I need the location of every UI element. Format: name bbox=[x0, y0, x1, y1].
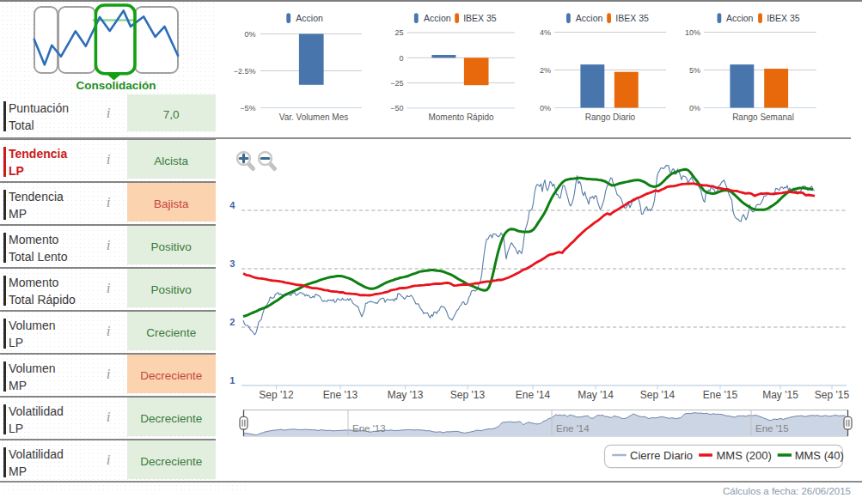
svg-text:−2.5%: −2.5% bbox=[234, 67, 256, 76]
svg-text:Rango Semanal: Rango Semanal bbox=[732, 112, 794, 122]
svg-text:4: 4 bbox=[229, 200, 235, 210]
svg-text:Accion: Accion bbox=[424, 13, 451, 23]
svg-text:MMS (40): MMS (40) bbox=[795, 449, 844, 462]
svg-text:Consolidación: Consolidación bbox=[76, 79, 156, 92]
svg-text:Ene '13: Ene '13 bbox=[323, 389, 358, 401]
svg-text:Ene '13: Ene '13 bbox=[352, 423, 386, 434]
svg-text:Sep '15: Sep '15 bbox=[815, 389, 850, 401]
svg-text:Accion: Accion bbox=[726, 13, 754, 23]
svg-text:0%: 0% bbox=[244, 30, 255, 39]
svg-text:Ene '15: Ene '15 bbox=[703, 389, 738, 401]
svg-text:IBEX 35: IBEX 35 bbox=[767, 13, 800, 23]
svg-text:0%: 0% bbox=[689, 104, 700, 112]
svg-text:Var. Volumen Mes: Var. Volumen Mes bbox=[279, 112, 348, 122]
svg-text:4%: 4% bbox=[540, 28, 551, 37]
svg-text:2: 2 bbox=[229, 317, 235, 327]
svg-text:Ene '14: Ene '14 bbox=[556, 423, 590, 434]
svg-text:Ene '14: Ene '14 bbox=[516, 389, 551, 401]
svg-text:Sep '14: Sep '14 bbox=[640, 389, 676, 401]
svg-text:IBEX 35: IBEX 35 bbox=[463, 13, 497, 23]
svg-text:Accion: Accion bbox=[296, 13, 323, 23]
svg-text:Momento Rápido: Momento Rápido bbox=[428, 112, 494, 122]
svg-text:May '13: May '13 bbox=[388, 389, 424, 401]
svg-text:May '15: May '15 bbox=[762, 389, 798, 401]
svg-text:25: 25 bbox=[394, 28, 403, 37]
svg-text:2%: 2% bbox=[540, 66, 551, 75]
svg-text:−50: −50 bbox=[390, 104, 403, 112]
svg-text:3: 3 bbox=[229, 258, 235, 269]
svg-text:IBEX 35: IBEX 35 bbox=[615, 13, 649, 23]
svg-text:0%: 0% bbox=[540, 104, 551, 112]
svg-text:Accion: Accion bbox=[576, 13, 603, 23]
svg-text:Cierre Diario: Cierre Diario bbox=[630, 449, 693, 462]
svg-text:1: 1 bbox=[229, 375, 235, 386]
svg-text:5%: 5% bbox=[689, 66, 700, 75]
svg-text:Rango Diario: Rango Diario bbox=[585, 112, 636, 122]
svg-text:0: 0 bbox=[399, 54, 403, 63]
svg-text:−25: −25 bbox=[390, 79, 403, 88]
svg-text:Sep '13: Sep '13 bbox=[450, 389, 486, 401]
svg-text:10%: 10% bbox=[685, 28, 700, 37]
svg-text:MMS (200): MMS (200) bbox=[717, 449, 772, 462]
svg-text:−5%: −5% bbox=[240, 104, 255, 112]
svg-text:Ene '15: Ene '15 bbox=[755, 423, 789, 434]
svg-text:Sep '12: Sep '12 bbox=[259, 389, 294, 401]
svg-text:May '14: May '14 bbox=[578, 389, 614, 401]
